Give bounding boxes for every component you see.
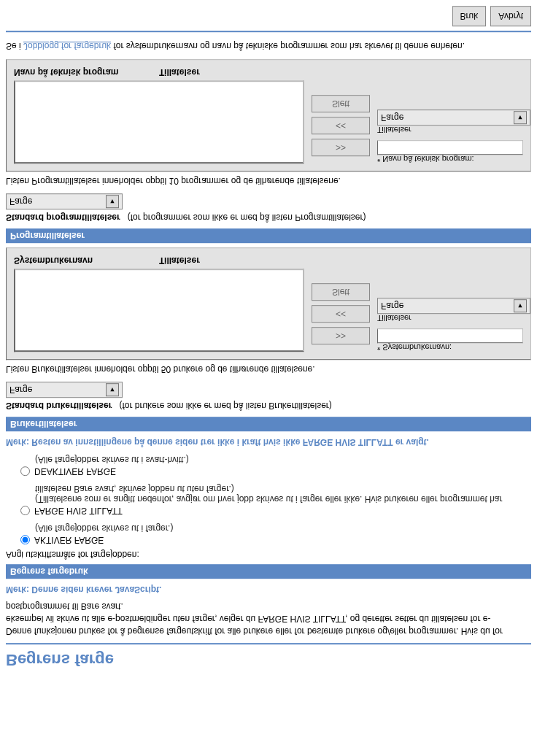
col-perm: Tillatelser bbox=[159, 255, 304, 266]
program-perm-select[interactable]: Farge ▼ bbox=[377, 109, 530, 126]
job-log-link[interactable]: Jobblogg for fargebruk bbox=[23, 41, 111, 51]
prog-list-desc: Listen Programtillatelser inneholder opp… bbox=[6, 176, 531, 186]
section-restrict-color: Begrens fargebruk bbox=[6, 564, 531, 579]
col-perm-prog: Tillatelser bbox=[159, 67, 304, 77]
radio-color-if-permitted[interactable] bbox=[20, 506, 30, 515]
std-prog-perm-label: Standard programtillatelser bbox=[6, 212, 120, 223]
section-user-permissions: Brukertillatelser bbox=[6, 417, 531, 431]
delete-program-button[interactable]: Slett bbox=[312, 95, 370, 112]
radio-enable-color-label: AKTIVER FARGE bbox=[34, 535, 104, 545]
radio-disable-color[interactable] bbox=[20, 466, 30, 476]
apply-button[interactable]: Bruk bbox=[452, 6, 487, 26]
settings-note: Merk: Resten av innstillingene på denne … bbox=[6, 437, 531, 447]
user-name-input[interactable] bbox=[377, 328, 523, 343]
divider bbox=[6, 643, 531, 644]
std-user-perm-label: Standard brukertillatelser bbox=[6, 401, 112, 411]
std-user-perm-hint: (for brukere som ikke er med på listen B… bbox=[119, 401, 331, 411]
radio-color-if-permitted-label: FARGE HVIS TILLATT bbox=[34, 506, 123, 516]
cancel-button[interactable]: Avbryt bbox=[490, 6, 531, 26]
radio-enable-color-sub: (Alle fargejobber skrives ut i farger.) bbox=[35, 523, 531, 533]
radio-disable-color-label: DEAKTIVER FARGE bbox=[34, 466, 116, 477]
radio-color-if-permitted-sub: (Tillatelsene som er angitt nedenfor, av… bbox=[35, 484, 531, 504]
user-list-desc: Listen Brukertillatelser inneholder oppt… bbox=[6, 364, 531, 374]
footer-post: for systembrukernavn og navn på tekniske… bbox=[111, 41, 465, 51]
user-permissions-panel: Systembrukernavn Tillatelser >> << Slett… bbox=[6, 247, 531, 360]
user-name-label: * Systembrukernavn: bbox=[377, 343, 523, 352]
std-prog-perm-value: Farge bbox=[9, 196, 32, 207]
program-listbox[interactable] bbox=[14, 80, 304, 163]
add-user-button[interactable]: >> bbox=[312, 327, 370, 344]
col-user: Systembrukernavn bbox=[14, 255, 159, 266]
std-user-perm-value: Farge bbox=[9, 385, 32, 395]
delete-user-button[interactable]: Slett bbox=[312, 283, 370, 301]
col-program: Navn på teknisk program bbox=[14, 67, 159, 77]
std-user-perm-select[interactable]: Farge ▼ bbox=[6, 382, 123, 398]
remove-program-button[interactable]: << bbox=[312, 117, 370, 134]
footer-text: Se i Jobblogg for fargebruk for systembr… bbox=[6, 39, 531, 52]
chevron-down-icon: ▼ bbox=[514, 111, 527, 124]
chevron-down-icon: ▼ bbox=[514, 299, 527, 312]
user-perm-value: Farge bbox=[381, 301, 403, 311]
print-mode-label: Angi utskriftsmåte for fargejobben: bbox=[6, 549, 531, 560]
chevron-down-icon: ▼ bbox=[106, 383, 119, 396]
std-prog-perm-hint: (for programmer som ikke er med på liste… bbox=[128, 212, 366, 223]
user-perm-select[interactable]: Farge ▼ bbox=[377, 298, 530, 314]
program-permissions-panel: Navn på teknisk program Tillatelser >> <… bbox=[6, 59, 531, 171]
remove-user-button[interactable]: << bbox=[312, 305, 370, 323]
user-listbox[interactable] bbox=[14, 269, 304, 352]
program-perm-label: Tillatelser bbox=[377, 126, 523, 134]
chevron-down-icon: ▼ bbox=[106, 195, 119, 208]
radio-enable-color[interactable] bbox=[20, 535, 30, 544]
radio-disable-color-sub: (Alle fargejobber skrives ut i svart-hvi… bbox=[35, 455, 531, 465]
user-perm-label: Tillatelser bbox=[377, 314, 523, 323]
program-name-input[interactable] bbox=[377, 140, 523, 155]
add-program-button[interactable]: >> bbox=[312, 139, 370, 156]
std-prog-perm-select[interactable]: Farge ▼ bbox=[6, 193, 123, 209]
footer-pre: Se i bbox=[6, 41, 23, 51]
js-note: Merk: Denne siden krever JavaScript. bbox=[6, 585, 531, 595]
section-program-permissions: Programtillatelser bbox=[6, 228, 531, 243]
page-title: Begrens farge bbox=[6, 646, 531, 674]
program-perm-value: Farge bbox=[381, 112, 403, 123]
intro-text: Denne funksjonen brukes for å begrense f… bbox=[6, 601, 531, 637]
program-name-label: * Navn på teknisk program: bbox=[377, 155, 523, 163]
